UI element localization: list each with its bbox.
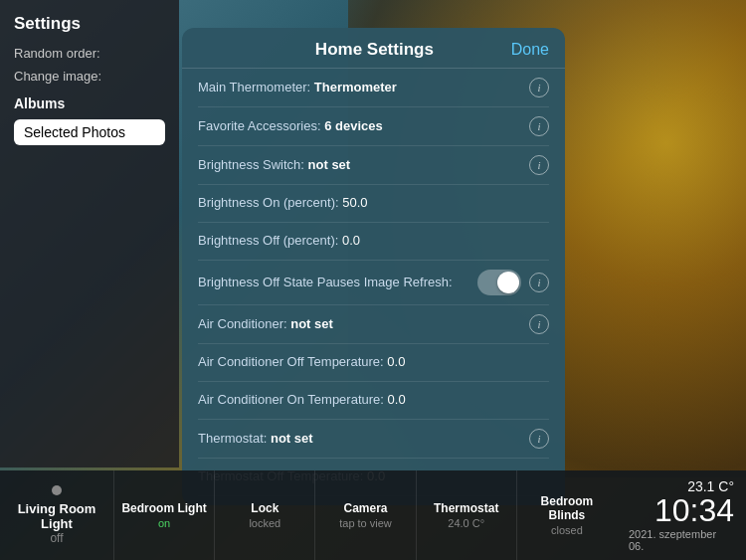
ac-on-temp-row: Air Conditioner On Temperature: 0.0	[198, 382, 549, 420]
brightness-off-row: Brightness Off (percent): 0.0	[198, 223, 549, 261]
modal-header: Home Settings Done	[182, 28, 565, 69]
change-image-label: Change image:	[14, 69, 101, 84]
random-order-label: Random order:	[14, 46, 100, 61]
living-room-light-icon	[52, 485, 62, 495]
living-room-light-name: Living Room Light	[8, 501, 105, 531]
thermostat-label: Thermostat: not set	[198, 431, 521, 448]
brightness-on-row: Brightness On (percent): 50.0	[198, 185, 549, 223]
bottom-bar: Living Room Light off Bedroom Light on L…	[0, 470, 746, 560]
clock-time: 10:34	[654, 494, 734, 526]
ac-off-temp-row: Air Conditioner Off Temperature: 0.0	[198, 344, 549, 382]
clock-panel: 23.1 C° 10:34 2021. szeptember 06.	[617, 470, 746, 560]
modal-title: Home Settings	[238, 40, 511, 60]
favorite-accessories-info[interactable]: i	[529, 116, 549, 136]
brightness-off-label: Brightness Off (percent): 0.0	[198, 233, 549, 250]
left-panel: Settings Random order: Change image: Alb…	[0, 0, 179, 467]
favorite-accessories-row: Favorite Accessories: 6 devices i	[198, 107, 549, 146]
left-panel-title: Settings	[14, 14, 165, 34]
thermostat-row: Thermostat: not set i	[198, 420, 549, 459]
brightness-pauses-toggle[interactable]	[477, 270, 521, 295]
air-conditioner-info[interactable]: i	[529, 314, 549, 334]
living-room-light-tile[interactable]: Living Room Light off	[0, 470, 114, 560]
thermostat-tile[interactable]: Thermostat 24.0 C°	[417, 470, 517, 560]
bedroom-blinds-tile[interactable]: Bedroom Blinds closed	[517, 470, 617, 560]
air-conditioner-row: Air Conditioner: not set i	[198, 305, 549, 344]
camera-status: tap to view	[339, 517, 392, 529]
brightness-switch-label: Brightness Switch: not set	[198, 157, 521, 174]
albums-section: Albums	[14, 95, 165, 111]
selected-photos-item[interactable]: Selected Photos	[14, 119, 165, 145]
ac-off-temp-label: Air Conditioner Off Temperature: 0.0	[198, 354, 549, 371]
brightness-on-label: Brightness On (percent): 50.0	[198, 195, 549, 212]
random-order-row: Random order:	[14, 46, 165, 61]
clock-date: 2021. szeptember 06.	[629, 528, 734, 552]
change-image-row: Change image:	[14, 69, 165, 84]
living-room-light-status: off	[50, 531, 63, 545]
thermostat-tile-name: Thermostat	[434, 501, 498, 515]
main-thermometer-row: Main Thermometer: Thermometer i	[198, 69, 549, 107]
modal-done-button[interactable]: Done	[511, 41, 549, 59]
brightness-switch-info[interactable]: i	[529, 155, 549, 175]
thermostat-info[interactable]: i	[529, 429, 549, 449]
main-thermometer-label: Main Thermometer: Thermometer	[198, 80, 521, 96]
brightness-pauses-info[interactable]: i	[529, 273, 549, 292]
brightness-pauses-label: Brightness Off State Pauses Image Refres…	[198, 275, 469, 291]
lock-status: locked	[249, 517, 280, 529]
lock-name: Lock	[251, 501, 279, 515]
home-settings-modal: Home Settings Done Main Thermometer: The…	[182, 28, 565, 505]
favorite-accessories-label: Favorite Accessories: 6 devices	[198, 118, 521, 135]
thermostat-tile-status: 24.0 C°	[448, 517, 484, 529]
air-conditioner-label: Air Conditioner: not set	[198, 316, 521, 333]
bedroom-blinds-name: Bedroom Blinds	[521, 494, 613, 523]
bedroom-light-name: Bedroom Light	[121, 501, 206, 515]
bedroom-light-tile[interactable]: Bedroom Light on	[114, 470, 215, 560]
camera-name: Camera	[343, 501, 387, 515]
ac-on-temp-label: Air Conditioner On Temperature: 0.0	[198, 392, 549, 409]
main-thermometer-info[interactable]: i	[529, 78, 549, 97]
modal-body: Main Thermometer: Thermometer i Favorite…	[182, 69, 565, 505]
toggle-knob	[497, 272, 519, 293]
bedroom-blinds-status: closed	[551, 524, 583, 536]
bedroom-light-status: on	[158, 517, 170, 529]
brightness-pauses-row: Brightness Off State Pauses Image Refres…	[198, 261, 549, 305]
camera-tile[interactable]: Camera tap to view	[315, 470, 416, 560]
brightness-switch-row: Brightness Switch: not set i	[198, 146, 549, 185]
lock-tile[interactable]: Lock locked	[215, 470, 315, 560]
device-tiles: Bedroom Light on Lock locked Camera tap …	[114, 470, 617, 560]
